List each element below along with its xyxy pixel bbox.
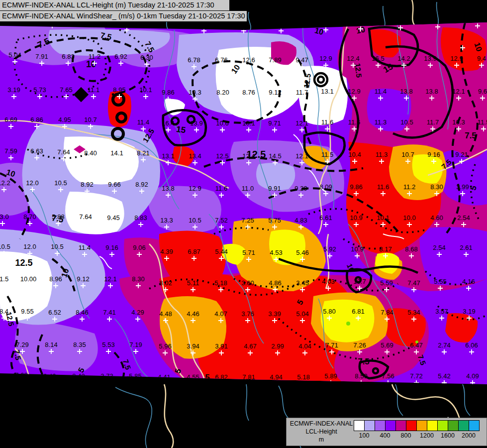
station-value: 10.00 <box>20 275 37 283</box>
station-value: 2.74 <box>438 341 450 349</box>
station-value: 4.46 <box>187 310 199 318</box>
legend-title-line-2: LCL-Height <box>290 428 353 436</box>
station-value: 4.83 <box>294 217 307 224</box>
weather-map-screenshot: 7.57.57.51010101012.512.515151012.57.57.… <box>0 0 487 448</box>
station-value: 12.9 <box>348 88 360 95</box>
station-value: 5.73 <box>33 86 46 94</box>
station-value: 11.2 <box>403 183 415 191</box>
station-value: 9.16 <box>105 244 118 251</box>
station-value: 12.1 <box>104 275 116 283</box>
station-value: 4.16 <box>462 278 475 285</box>
station-value: 5.46 <box>296 249 308 256</box>
station-value: 6.86 <box>30 116 43 123</box>
station-value: 10.5 <box>0 243 10 250</box>
station-value: 9.71 <box>268 119 281 127</box>
station-value: 2.61 <box>460 244 472 251</box>
station-value: 7.65 <box>60 86 72 94</box>
station-value: 8.92 <box>81 181 93 188</box>
station-value: 5.34 <box>407 309 420 316</box>
legend-swatch <box>396 420 406 431</box>
station-value: 12.1 <box>295 152 308 160</box>
legend-swatch <box>354 420 365 431</box>
station-value: 9.4 <box>477 55 486 62</box>
station-value: 5.92 <box>323 245 336 253</box>
station-value: 10.3 <box>189 89 201 96</box>
station-value: 3.91 <box>215 342 227 350</box>
station-value: 9.6 <box>478 88 487 95</box>
legend-tick-label: 1200 <box>420 432 434 439</box>
station-value: 4.29 <box>131 309 144 316</box>
station-value: 5.89 <box>324 372 337 380</box>
station-value: 3.94 <box>187 342 199 350</box>
station-value: 2.99 <box>271 342 284 350</box>
station-value: 4.53 <box>270 249 282 256</box>
station-value: 4.95 <box>58 116 71 123</box>
station-value: 11.3 <box>376 151 388 158</box>
station-value: 11.3 <box>375 118 387 126</box>
station-value: 10.6 <box>216 119 228 127</box>
legend-swatch <box>375 420 386 431</box>
station-value: 16.4 <box>162 119 174 127</box>
station-value: 8.40 <box>84 149 97 157</box>
station-value: 4.07 <box>214 310 227 318</box>
legend-tick-label: 800 <box>401 432 411 439</box>
station-value: 13.1 <box>162 152 174 160</box>
station-value: 12.9 <box>189 185 201 192</box>
station-value: 8.09 <box>319 183 332 191</box>
legend-swatch <box>438 420 448 431</box>
station-value: 12.9 <box>319 55 332 62</box>
station-value: 10.4 <box>348 151 361 158</box>
station-value: 3.57 <box>435 308 448 315</box>
station-value: 13.3 <box>160 217 173 224</box>
station-value: 11.1 <box>88 86 99 94</box>
station-value: 2.54 <box>457 214 470 222</box>
station-value: 4.67 <box>244 342 256 350</box>
station-value: 8.4 <box>0 308 8 315</box>
station-value: 10.9 <box>351 245 363 253</box>
legend-title-line-1: ECMWF-INDEX-ANAL <box>290 420 353 428</box>
station-value: 12.4 <box>347 55 359 62</box>
station-value: 12.1 <box>295 119 308 127</box>
station-value: 14.5 <box>269 152 281 160</box>
station-value: 5.96 <box>159 342 171 350</box>
station-value: 13.1 <box>321 88 333 95</box>
station-value: 9.86 <box>350 183 362 191</box>
station-value: 8.70 <box>23 213 36 221</box>
station-value: 13.0 <box>0 213 9 221</box>
station-value: 13.9 <box>190 119 202 127</box>
station-value: 8.30 <box>132 275 144 283</box>
legend-tick-label: 2000 <box>462 432 476 439</box>
station-value: 8.02 <box>159 279 172 287</box>
station-value: 3.45 <box>296 279 308 287</box>
station-value: 6.87 <box>188 248 200 255</box>
station-value: 9.55 <box>21 308 33 315</box>
station-value: 4.94 <box>270 373 282 381</box>
station-value: 7.29 <box>16 341 28 348</box>
station-value: 12.1 <box>452 88 465 95</box>
station-value: 2.54 <box>433 244 445 251</box>
station-value: 11.6 <box>321 118 333 126</box>
station-value: 6.06 <box>465 341 478 349</box>
station-value: 5.55 <box>434 278 446 285</box>
contour-label: 7.5 <box>358 357 370 366</box>
station-value: 9.12 <box>77 275 89 283</box>
station-value: 13.9 <box>424 55 436 62</box>
station-value: 9.45 <box>107 214 119 222</box>
station-value: 5.69 <box>381 341 393 349</box>
legend-swatch <box>365 420 375 431</box>
station-value: 4.09 <box>466 372 479 380</box>
station-value: 7.84 <box>381 309 393 316</box>
station-value: 10.5 <box>54 179 67 187</box>
station-value: 10.7 <box>84 116 97 123</box>
station-value: 9.66 <box>108 181 120 188</box>
station-value: 7.25 <box>241 217 254 224</box>
legend-swatch <box>459 420 469 431</box>
station-value: 5.04 <box>8 51 21 59</box>
station-value: 12.6 <box>242 56 255 64</box>
station-value: 6.76 <box>215 56 227 64</box>
station-value: 5.53 <box>102 341 114 348</box>
station-value: 8.83 <box>134 214 147 222</box>
station-value: 7.64 <box>79 213 92 221</box>
contour-label: 7.5 <box>465 131 477 140</box>
station-value: 9.91 <box>268 185 281 192</box>
